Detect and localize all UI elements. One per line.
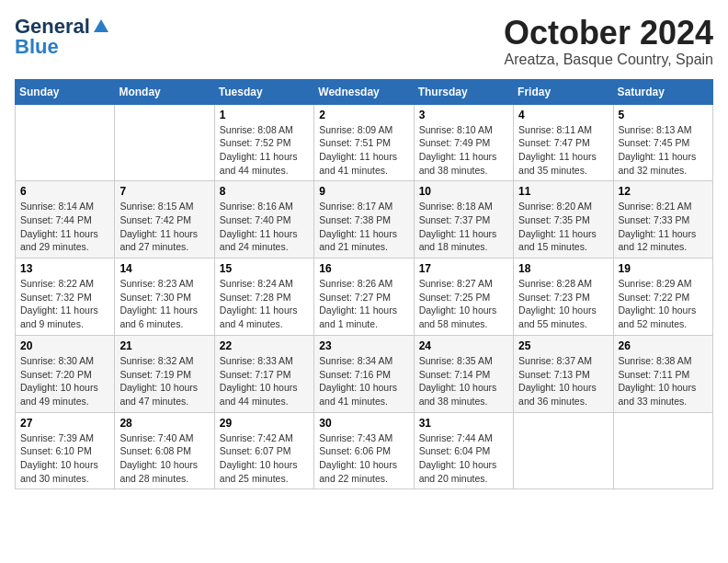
calendar-cell: 19Sunrise: 8:29 AM Sunset: 7:22 PM Dayli… xyxy=(613,259,712,336)
calendar-cell: 13Sunrise: 8:22 AM Sunset: 7:32 PM Dayli… xyxy=(16,259,115,336)
day-info: Sunrise: 7:40 AM Sunset: 6:08 PM Dayligh… xyxy=(119,431,209,486)
calendar-cell: 24Sunrise: 8:35 AM Sunset: 7:14 PM Dayli… xyxy=(414,335,513,412)
day-number: 13 xyxy=(20,262,109,275)
day-info: Sunrise: 8:24 AM Sunset: 7:28 PM Dayligh… xyxy=(220,277,309,331)
day-info: Sunrise: 8:38 AM Sunset: 7:11 PM Dayligh… xyxy=(619,354,708,408)
day-info: Sunrise: 8:14 AM Sunset: 7:44 PM Dayligh… xyxy=(20,200,109,254)
calendar-cell: 21Sunrise: 8:32 AM Sunset: 7:19 PM Dayli… xyxy=(115,335,214,412)
day-number: 22 xyxy=(220,339,309,352)
day-info: Sunrise: 8:34 AM Sunset: 7:16 PM Dayligh… xyxy=(319,354,408,408)
calendar-cell: 6Sunrise: 8:14 AM Sunset: 7:44 PM Daylig… xyxy=(16,181,115,259)
calendar-cell: 16Sunrise: 8:26 AM Sunset: 7:27 PM Dayli… xyxy=(314,259,414,336)
calendar-cell: 14Sunrise: 8:23 AM Sunset: 7:30 PM Dayli… xyxy=(115,259,214,336)
day-number: 23 xyxy=(319,339,408,352)
calendar-cell: 3Sunrise: 8:10 AM Sunset: 7:49 PM Daylig… xyxy=(414,104,513,181)
day-info: Sunrise: 8:09 AM Sunset: 7:51 PM Dayligh… xyxy=(319,123,408,178)
logo: General Blue xyxy=(15,15,110,59)
col-header-wednesday: Wednesday xyxy=(314,79,414,104)
day-number: 26 xyxy=(619,339,708,352)
logo-icon xyxy=(92,17,110,36)
day-number: 5 xyxy=(619,109,708,121)
day-info: Sunrise: 8:13 AM Sunset: 7:45 PM Dayligh… xyxy=(619,123,708,178)
location-title: Areatza, Basque Country, Spain xyxy=(504,52,713,68)
calendar-cell: 9Sunrise: 8:17 AM Sunset: 7:38 PM Daylig… xyxy=(314,181,414,259)
day-number: 15 xyxy=(220,262,309,275)
day-number: 11 xyxy=(518,185,608,198)
day-number: 18 xyxy=(518,262,608,275)
calendar-cell xyxy=(115,104,214,181)
day-number: 10 xyxy=(419,185,508,198)
day-info: Sunrise: 8:28 AM Sunset: 7:23 PM Dayligh… xyxy=(518,277,608,331)
day-number: 1 xyxy=(220,109,309,121)
day-info: Sunrise: 8:15 AM Sunset: 7:42 PM Dayligh… xyxy=(119,200,209,254)
day-info: Sunrise: 8:35 AM Sunset: 7:14 PM Dayligh… xyxy=(419,354,508,408)
day-number: 19 xyxy=(619,262,708,275)
day-number: 7 xyxy=(119,185,209,198)
day-number: 28 xyxy=(119,417,209,430)
day-info: Sunrise: 8:21 AM Sunset: 7:33 PM Dayligh… xyxy=(619,200,708,254)
calendar-cell: 2Sunrise: 8:09 AM Sunset: 7:51 PM Daylig… xyxy=(314,104,414,181)
day-number: 4 xyxy=(518,109,608,121)
day-info: Sunrise: 8:23 AM Sunset: 7:30 PM Dayligh… xyxy=(119,277,209,331)
day-number: 12 xyxy=(619,185,708,198)
day-number: 20 xyxy=(20,339,109,352)
day-info: Sunrise: 7:42 AM Sunset: 6:07 PM Dayligh… xyxy=(220,431,309,486)
calendar-cell: 4Sunrise: 8:11 AM Sunset: 7:47 PM Daylig… xyxy=(514,104,613,181)
day-info: Sunrise: 8:20 AM Sunset: 7:35 PM Dayligh… xyxy=(518,200,608,254)
day-number: 24 xyxy=(419,339,508,352)
calendar-cell: 25Sunrise: 8:37 AM Sunset: 7:13 PM Dayli… xyxy=(514,335,613,412)
day-info: Sunrise: 7:39 AM Sunset: 6:10 PM Dayligh… xyxy=(20,431,109,486)
day-info: Sunrise: 8:26 AM Sunset: 7:27 PM Dayligh… xyxy=(319,277,408,331)
day-number: 21 xyxy=(119,339,209,352)
col-header-thursday: Thursday xyxy=(414,79,513,104)
calendar-cell: 23Sunrise: 8:34 AM Sunset: 7:16 PM Dayli… xyxy=(314,335,414,412)
day-number: 2 xyxy=(319,109,408,121)
day-number: 9 xyxy=(319,185,408,198)
calendar-cell: 20Sunrise: 8:30 AM Sunset: 7:20 PM Dayli… xyxy=(16,335,115,412)
col-header-monday: Monday xyxy=(115,79,214,104)
calendar-cell xyxy=(613,412,712,489)
calendar-cell: 12Sunrise: 8:21 AM Sunset: 7:33 PM Dayli… xyxy=(613,181,712,259)
day-number: 8 xyxy=(220,185,309,198)
day-number: 17 xyxy=(419,262,508,275)
calendar-cell: 11Sunrise: 8:20 AM Sunset: 7:35 PM Dayli… xyxy=(514,181,613,259)
calendar-cell: 5Sunrise: 8:13 AM Sunset: 7:45 PM Daylig… xyxy=(613,104,712,181)
calendar-cell: 29Sunrise: 7:42 AM Sunset: 6:07 PM Dayli… xyxy=(214,412,313,489)
calendar-cell: 8Sunrise: 8:16 AM Sunset: 7:40 PM Daylig… xyxy=(214,181,313,259)
calendar-cell: 10Sunrise: 8:18 AM Sunset: 7:37 PM Dayli… xyxy=(414,181,513,259)
day-number: 25 xyxy=(518,339,608,352)
calendar-cell: 22Sunrise: 8:33 AM Sunset: 7:17 PM Dayli… xyxy=(214,335,313,412)
calendar-cell: 1Sunrise: 8:08 AM Sunset: 7:52 PM Daylig… xyxy=(214,104,313,181)
day-info: Sunrise: 8:17 AM Sunset: 7:38 PM Dayligh… xyxy=(319,200,408,254)
day-info: Sunrise: 8:16 AM Sunset: 7:40 PM Dayligh… xyxy=(220,200,309,254)
calendar-cell: 28Sunrise: 7:40 AM Sunset: 6:08 PM Dayli… xyxy=(115,412,214,489)
calendar-cell xyxy=(16,104,115,181)
day-info: Sunrise: 8:37 AM Sunset: 7:13 PM Dayligh… xyxy=(518,354,608,408)
day-number: 30 xyxy=(319,417,408,430)
day-info: Sunrise: 7:44 AM Sunset: 6:04 PM Dayligh… xyxy=(419,431,508,486)
calendar-cell xyxy=(514,412,613,489)
day-number: 16 xyxy=(319,262,408,275)
calendar-cell: 17Sunrise: 8:27 AM Sunset: 7:25 PM Dayli… xyxy=(414,259,513,336)
calendar-cell: 7Sunrise: 8:15 AM Sunset: 7:42 PM Daylig… xyxy=(115,181,214,259)
calendar-cell: 27Sunrise: 7:39 AM Sunset: 6:10 PM Dayli… xyxy=(16,412,115,489)
month-title: October 2024 xyxy=(504,15,713,52)
day-info: Sunrise: 7:43 AM Sunset: 6:06 PM Dayligh… xyxy=(319,431,408,486)
day-info: Sunrise: 8:11 AM Sunset: 7:47 PM Dayligh… xyxy=(518,123,608,178)
logo-blue: Blue xyxy=(15,35,59,59)
calendar-cell: 18Sunrise: 8:28 AM Sunset: 7:23 PM Dayli… xyxy=(514,259,613,336)
calendar-table: SundayMondayTuesdayWednesdayThursdayFrid… xyxy=(15,79,713,490)
day-number: 14 xyxy=(119,262,209,275)
day-info: Sunrise: 8:22 AM Sunset: 7:32 PM Dayligh… xyxy=(20,277,109,331)
col-header-friday: Friday xyxy=(514,79,613,104)
day-info: Sunrise: 8:33 AM Sunset: 7:17 PM Dayligh… xyxy=(220,354,309,408)
col-header-sunday: Sunday xyxy=(16,79,115,104)
col-header-saturday: Saturday xyxy=(613,79,712,104)
calendar-cell: 26Sunrise: 8:38 AM Sunset: 7:11 PM Dayli… xyxy=(613,335,712,412)
page-header: General Blue October 2024 Areatza, Basqu… xyxy=(15,15,713,68)
calendar-cell: 30Sunrise: 7:43 AM Sunset: 6:06 PM Dayli… xyxy=(314,412,414,489)
day-info: Sunrise: 8:08 AM Sunset: 7:52 PM Dayligh… xyxy=(220,123,309,178)
day-info: Sunrise: 8:18 AM Sunset: 7:37 PM Dayligh… xyxy=(419,200,508,254)
day-info: Sunrise: 8:10 AM Sunset: 7:49 PM Dayligh… xyxy=(419,123,508,178)
calendar-cell: 15Sunrise: 8:24 AM Sunset: 7:28 PM Dayli… xyxy=(214,259,313,336)
